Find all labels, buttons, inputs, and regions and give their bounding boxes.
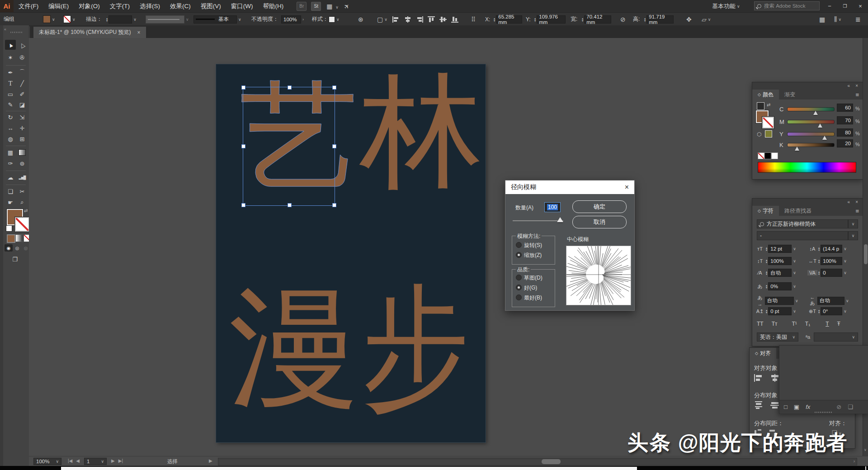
swap-fill-stroke-icon[interactable]: ⇄ [24, 208, 28, 213]
width-control[interactable]: ▴▾ 70.412 mm [581, 13, 611, 26]
workspace-switcher[interactable]: 基本功能 ∨ [712, 0, 740, 12]
horizontal-scale-control[interactable]: ↔T ▴▾ 100% ∨ [807, 257, 847, 265]
list-icon[interactable]: ≣ [855, 13, 861, 26]
close-button[interactable]: × [853, 0, 868, 12]
tool-blend[interactable]: ⊚ [17, 158, 28, 168]
shear-control[interactable]: ▱∨ [702, 13, 711, 26]
tool-rectangle[interactable]: ▭ [5, 89, 16, 99]
selection-handle-e[interactable] [332, 144, 336, 148]
vertical-scale-control[interactable]: ↕T ▴▾ 100% ∨ [755, 257, 796, 265]
font-style-dropdown[interactable]: ∨ [848, 231, 858, 240]
subscript-button[interactable]: T₁ [805, 321, 810, 327]
height-control[interactable]: ▴▾ 91.719 mm [643, 13, 674, 26]
draw-normal-button[interactable]: ◉ [5, 244, 13, 252]
tool-eyedropper[interactable]: ✑ [5, 158, 16, 168]
height-value[interactable]: 91.719 mm [646, 15, 674, 24]
insert-space-left-value[interactable]: 自动 [765, 297, 794, 305]
transform-grid-icon[interactable]: ⠿ [471, 13, 476, 26]
tool-eraser[interactable]: ◪ [17, 100, 28, 109]
channel-c-thumb[interactable] [813, 111, 818, 115]
status-divider-icon[interactable]: ▶ [209, 458, 212, 463]
channel-c-slider[interactable] [787, 107, 835, 111]
tool-scale[interactable]: ⇲ [17, 112, 28, 122]
artboard-number-dropdown[interactable]: 1 ∨ [84, 458, 107, 465]
dialog-close-icon[interactable]: × [625, 183, 629, 191]
color-mode-button[interactable] [7, 234, 15, 243]
radio-good[interactable]: 好(G) [516, 284, 537, 292]
kerning-control[interactable]: ⁄A ▴▾ 自动 ∨ [755, 269, 796, 277]
style-dropdown[interactable]: ∨ [329, 13, 340, 26]
leading-value[interactable]: (14.4 p [821, 245, 842, 253]
cancel-button[interactable]: 取消 [572, 216, 627, 228]
channel-y-value[interactable]: 80 [837, 128, 853, 137]
tool-shape-builder[interactable]: ◍ [5, 134, 16, 144]
leading-control[interactable]: ↕A ▴▾ (14.4 p ∨ [807, 245, 847, 253]
artboard-nav-prev[interactable]: |◀◀ [68, 458, 80, 463]
tool-gradient[interactable] [17, 147, 28, 157]
selection-bounding-box[interactable] [243, 87, 335, 206]
tool-rotate[interactable]: ↻ [5, 112, 16, 122]
channel-y-thumb[interactable] [822, 136, 827, 140]
channel-k-thumb[interactable] [795, 147, 799, 151]
y-control[interactable]: ▴▾ 109.976 mm [533, 13, 566, 26]
dialog-title-bar[interactable]: 径向模糊 × [505, 180, 634, 194]
char-rotation-control[interactable]: ⊕T ▴▾ 0° ∨ [807, 307, 847, 315]
panel-stroke-swatch[interactable] [762, 117, 774, 128]
tool-column-graph[interactable]: ▂▅█ [17, 172, 28, 182]
tab-pathfinder[interactable]: 路径查找器 [779, 206, 817, 216]
stroke-weight-control[interactable]: ▴▾ ∨ [105, 13, 137, 26]
width-value[interactable]: 70.412 mm [584, 15, 611, 24]
stroke-color-swatch[interactable] [15, 217, 29, 232]
menu-window[interactable]: 窗口(W) [226, 0, 258, 12]
bridge-button[interactable]: Br [297, 2, 307, 11]
font-size-control[interactable]: ᴛT ▴▾ 12 pt ∨ [755, 245, 796, 253]
amount-input[interactable]: 100 [544, 202, 561, 212]
tool-zoom[interactable]: ⌕ [17, 197, 28, 207]
stroke-none-swatch[interactable] [63, 15, 71, 23]
menu-file[interactable]: 文件(F) [14, 0, 43, 12]
horizontal-scale-value[interactable]: 100% [821, 257, 842, 265]
default-colors-icon[interactable] [6, 225, 12, 232]
dock-columns-control[interactable]: ⫼∨ [834, 13, 841, 26]
selection-handle-se[interactable] [332, 203, 336, 207]
stroke-type-dropdown[interactable]: 基本 ∨ [193, 13, 241, 26]
document-setup-button[interactable]: ▢∨ [377, 13, 387, 26]
align-left-icon[interactable] [392, 16, 400, 23]
channel-m-thumb[interactable] [818, 123, 822, 128]
constrain-proportions-icon[interactable]: ⊘ [620, 13, 626, 26]
radio-icon[interactable] [516, 275, 522, 280]
close-panel-icon[interactable]: × [855, 199, 858, 204]
vertical-scale-value[interactable]: 100% [768, 257, 792, 265]
panel-resize-grip[interactable] [815, 412, 833, 413]
arrange-documents-icon[interactable]: ▦ ∨ [326, 3, 339, 10]
kerning-value[interactable]: 自动 [768, 269, 792, 277]
radio-spin[interactable]: 旋转(S) [516, 242, 542, 249]
swap-colors-icon[interactable]: ⇄ [767, 102, 770, 107]
selection-handle-nw[interactable] [241, 85, 245, 90]
superscript-button[interactable]: T¹ [792, 321, 797, 327]
artboard-nav-next[interactable]: ▶▶| [111, 458, 123, 463]
align-hcenter-icon[interactable] [770, 374, 779, 382]
zoom-level-dropdown[interactable]: 100% ∨ [33, 458, 61, 465]
radio-draft[interactable]: 草图(D) [516, 274, 542, 282]
panel-dock-icon[interactable]: ▦ [819, 13, 825, 26]
amount-slider-thumb[interactable] [557, 217, 563, 222]
tool-width[interactable]: ↔ [5, 123, 16, 133]
recolor-artwork-icon[interactable]: ⊛ [358, 13, 363, 26]
tool-type[interactable]: T [5, 78, 16, 88]
align-left-icon[interactable] [754, 374, 763, 382]
x-control[interactable]: ▴▾ 65.285 mm [493, 13, 522, 26]
amount-slider-track[interactable] [513, 220, 563, 221]
strikethrough-button[interactable]: Ŧ [837, 321, 840, 327]
collapse-panel-icon[interactable]: « [847, 83, 850, 88]
radio-icon[interactable] [516, 294, 522, 300]
gamut-warning-cube-icon[interactable]: ⬡ [757, 131, 761, 138]
fill-color-control[interactable]: ∨ [43, 13, 55, 26]
align-right-icon[interactable] [416, 16, 423, 23]
draw-behind-button[interactable]: ◎ [13, 244, 21, 252]
font-style-field[interactable]: - [757, 231, 848, 240]
tab-close-icon[interactable]: × [137, 29, 141, 36]
menu-view[interactable]: 视图(V) [196, 0, 226, 12]
new-stroke-icon[interactable]: □ [784, 404, 788, 410]
panel-menu-icon[interactable]: ≡ [855, 208, 859, 214]
